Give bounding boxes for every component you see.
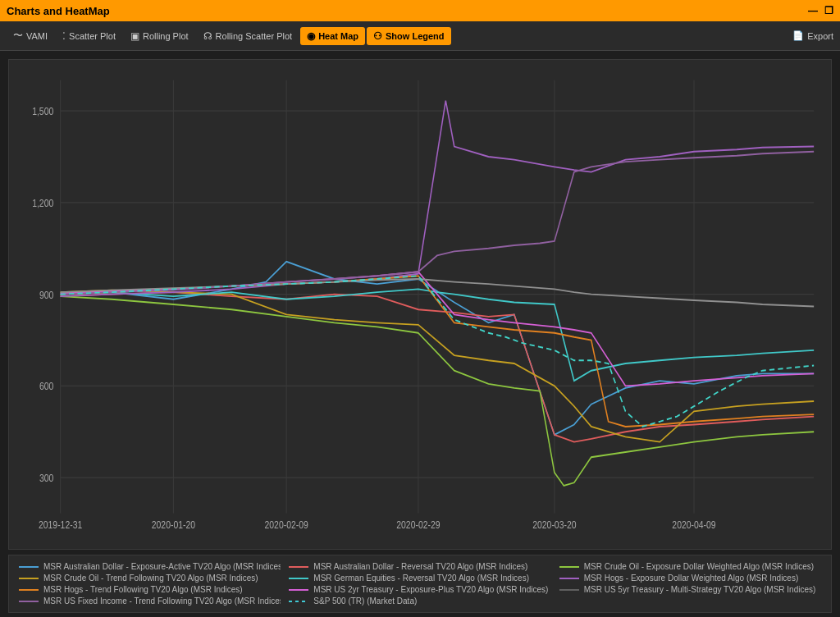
tab-heatmap[interactable]: ◉ Heat Map	[300, 27, 365, 45]
restore-button[interactable]: ❐	[824, 5, 833, 16]
chart-svg: 1,500 1,200 900 600 300 2019-12-31 2020-…	[9, 60, 831, 549]
legend-label: MSR US 2yr Treasury - Exposure-Plus TV20…	[313, 585, 548, 594]
legend-label: MSR Australian Dollar - Reversal TV20 Al…	[313, 562, 527, 571]
legend-line	[19, 589, 39, 591]
tab-vami[interactable]: 〜 VAMI	[7, 25, 54, 46]
main-content: 1,500 1,200 900 600 300 2019-12-31 2020-…	[0, 51, 840, 617]
tab-rolling[interactable]: ▣ Rolling Plot	[124, 27, 195, 45]
svg-rect-0	[9, 60, 831, 549]
chart-area: 1,500 1,200 900 600 300 2019-12-31 2020-…	[8, 59, 832, 550]
svg-text:1,500: 1,500	[32, 106, 53, 117]
tab-rolling-label: Rolling Plot	[143, 31, 189, 41]
heatmap-icon: ◉	[307, 30, 315, 42]
legend-line	[19, 601, 39, 602]
svg-text:2020-02-29: 2020-02-29	[396, 519, 440, 530]
legend-item: S&P 500 (TR) (Market Data)	[289, 596, 550, 606]
legend-label: MSR US Fixed Income - Trend Following TV…	[43, 596, 281, 606]
tab-scatter-label: Scatter Plot	[69, 31, 116, 41]
legend-label: MSR German Equities - Reversal TV20 Algo…	[313, 574, 529, 583]
legend-item: MSR Hogs - Trend Following TV20 Algo (MS…	[19, 585, 281, 594]
svg-text:600: 600	[39, 381, 53, 391]
tab-rolling-scatter[interactable]: ☊ Rolling Scatter Plot	[197, 27, 299, 45]
window-title: Charts and HeatMap	[7, 5, 110, 17]
legend-line	[559, 566, 579, 568]
window-controls[interactable]: — ❐	[808, 5, 833, 16]
legend-label: MSR Hogs - Exposure Dollar Weighted Algo…	[584, 574, 799, 583]
export-button[interactable]: 📄 Export	[792, 30, 833, 41]
legend-item: MSR Hogs - Exposure Dollar Weighted Algo…	[559, 574, 821, 583]
svg-text:2020-01-20: 2020-01-20	[152, 519, 195, 530]
legend-label: S&P 500 (TR) (Market Data)	[313, 596, 417, 606]
toolbar: 〜 VAMI ⁚ Scatter Plot ▣ Rolling Plot ☊ R…	[0, 21, 840, 51]
tab-vami-label: VAMI	[26, 31, 48, 41]
show-legend-icon: ⚇	[373, 30, 382, 42]
legend-item: MSR German Equities - Reversal TV20 Algo…	[289, 574, 550, 583]
legend-item: MSR Crude Oil - Trend Following TV20 Alg…	[19, 574, 281, 583]
legend-label: MSR Hogs - Trend Following TV20 Algo (MS…	[43, 585, 243, 594]
svg-text:900: 900	[39, 290, 53, 300]
rolling-icon: ▣	[130, 30, 139, 42]
legend-item: MSR Crude Oil - Exposure Dollar Weighted…	[559, 562, 821, 571]
scatter-icon: ⁚	[62, 30, 66, 42]
toolbar-tabs: 〜 VAMI ⁚ Scatter Plot ▣ Rolling Plot ☊ R…	[7, 25, 451, 46]
tab-show-legend-label: Show Legend	[386, 31, 445, 41]
tab-rolling-scatter-label: Rolling Scatter Plot	[216, 31, 293, 41]
tab-heatmap-label: Heat Map	[318, 31, 358, 41]
tab-show-legend[interactable]: ⚇ Show Legend	[367, 27, 451, 45]
legend-area: MSR Australian Dollar - Exposure-Active …	[8, 555, 832, 613]
legend-label: MSR Crude Oil - Exposure Dollar Weighted…	[584, 562, 814, 571]
title-bar: Charts and HeatMap — ❐	[0, 0, 840, 21]
legend-item: MSR Australian Dollar - Exposure-Active …	[19, 562, 281, 571]
export-label: Export	[807, 31, 833, 41]
svg-text:2020-02-09: 2020-02-09	[265, 519, 308, 530]
rolling-scatter-icon: ☊	[203, 30, 212, 42]
legend-line	[289, 601, 308, 602]
svg-text:2019-12-31: 2019-12-31	[39, 519, 82, 530]
legend-line	[559, 578, 579, 579]
svg-text:1,200: 1,200	[32, 198, 53, 208]
export-icon: 📄	[792, 30, 804, 41]
legend-grid: MSR Australian Dollar - Exposure-Active …	[19, 562, 821, 606]
legend-line	[289, 578, 308, 579]
legend-line	[19, 578, 39, 579]
legend-label: MSR Crude Oil - Trend Following TV20 Alg…	[43, 574, 258, 583]
svg-text:300: 300	[39, 473, 53, 483]
legend-item: MSR US Fixed Income - Trend Following TV…	[19, 596, 281, 606]
tab-scatter[interactable]: ⁚ Scatter Plot	[56, 27, 122, 45]
legend-label: MSR US 5yr Treasury - Multi-Strategy TV2…	[584, 585, 816, 594]
legend-item: MSR US 2yr Treasury - Exposure-Plus TV20…	[289, 585, 550, 594]
legend-line	[559, 589, 579, 591]
legend-line	[289, 589, 308, 591]
legend-line	[19, 566, 39, 568]
legend-line	[289, 566, 308, 568]
svg-text:2020-04-09: 2020-04-09	[672, 519, 715, 530]
legend-item: MSR Australian Dollar - Reversal TV20 Al…	[289, 562, 550, 571]
legend-label: MSR Australian Dollar - Exposure-Active …	[43, 562, 281, 571]
svg-text:2020-03-20: 2020-03-20	[532, 519, 576, 530]
minimize-button[interactable]: —	[808, 5, 818, 16]
vami-icon: 〜	[13, 29, 23, 43]
legend-item: MSR US 5yr Treasury - Multi-Strategy TV2…	[559, 585, 821, 594]
